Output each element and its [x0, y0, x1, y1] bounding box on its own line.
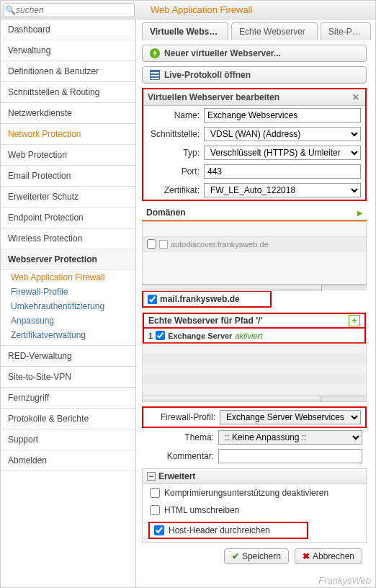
domain-list: autodiscover.frankysweb.de	[142, 221, 367, 285]
open-live-log-button[interactable]: Live-Protokoll öffnen	[142, 66, 367, 84]
sidebar-item-verwaltung[interactable]: Verwaltung	[1, 40, 135, 61]
add-real-webserver-icon[interactable]: +	[349, 315, 360, 326]
comment-label: Kommentar:	[146, 451, 218, 461]
search-box[interactable]: 🔍	[4, 3, 135, 17]
opt-html-rewrite-row[interactable]: HTML umschreiben	[143, 502, 366, 519]
opt-host-header-label: Host-Header durchreichen	[169, 525, 270, 535]
sidebar-item-protokolle[interactable]: Protokolle & Berichte	[1, 409, 135, 429]
plus-icon: +	[150, 48, 160, 58]
comment-input[interactable]	[218, 449, 362, 463]
sidebar-sub-firewall-profile[interactable]: Firewall-Profile	[1, 285, 135, 299]
collapse-icon[interactable]: −	[147, 472, 156, 481]
real-webserver-item[interactable]: 1 Exchange Server aktiviert	[143, 329, 366, 344]
sidebar-sub-anpassung[interactable]: Anpassung	[1, 313, 135, 328]
log-icon	[150, 70, 160, 80]
rw-checkbox[interactable]	[156, 331, 165, 340]
opt-compression-row[interactable]: Komprimierungsunterstützung deaktivieren	[143, 484, 366, 502]
theme-label: Thema:	[146, 432, 218, 442]
type-label: Typ:	[148, 148, 204, 158]
domain-scrollbar[interactable]	[142, 285, 367, 290]
iface-select[interactable]: VDSL (WAN) (Address)	[204, 127, 361, 141]
opt-compression-label: Komprimierungsunterstützung deaktivieren	[164, 488, 328, 498]
rw-state: aktiviert	[235, 331, 262, 340]
sidebar-sub-reverse-auth[interactable]: Umkehrauthentifizierung	[1, 299, 135, 313]
cert-select[interactable]: FW_LE_Auto_122018	[204, 183, 361, 197]
save-button[interactable]: ✔ Speichern	[224, 548, 289, 564]
sidebar-item-web-protection[interactable]: Web Protection	[1, 145, 135, 166]
search-icon: 🔍	[4, 5, 16, 15]
sidebar-item-erweiterter-schutz[interactable]: Erweiterter Schutz	[1, 187, 135, 208]
port-label: Port:	[148, 166, 204, 177]
open-live-log-label: Live-Protokoll öffnen	[164, 70, 251, 80]
name-label: Name:	[148, 110, 204, 120]
sidebar-item-s2s-vpn[interactable]: Site-to-Site-VPN	[1, 367, 135, 388]
sidebar-item-support[interactable]: Support	[1, 429, 135, 450]
cancel-button[interactable]: ✖ Abbrechen	[295, 548, 362, 564]
sidebar-item-wireless-protection[interactable]: Wireless Protection	[1, 228, 135, 249]
name-input[interactable]	[204, 108, 361, 122]
sidebar-item-endpoint-protection[interactable]: Endpoint Protection	[1, 208, 135, 228]
sidebar-item-schnittstellen[interactable]: Schnittstellen & Routing	[1, 82, 135, 103]
tab-site-path[interactable]: Site-Path-R	[321, 22, 371, 40]
sidebar-sub-zertifikate[interactable]: Zertifikatverwaltung	[1, 328, 135, 342]
mail-domain-label: mail.frankysweb.de	[160, 294, 240, 304]
real-webserver-panel: Echte Webserver für Pfad '/' + 1 Exchang…	[142, 312, 367, 402]
domain-checkbox-mail[interactable]	[148, 295, 157, 304]
save-label: Speichern	[242, 551, 281, 561]
tabs: Virtuelle Webs… Echte Webserver Site-Pat…	[142, 22, 375, 40]
iface-label: Schnittstelle:	[148, 129, 204, 139]
search-input[interactable]	[16, 5, 134, 15]
fw-profile-label: Firewall-Profil:	[148, 412, 220, 422]
edit-webserver-panel: Virtuellen Webserver bearbeiten ✕ Name: …	[142, 88, 367, 201]
panel-title: Virtuellen Webserver bearbeiten	[148, 92, 279, 102]
sidebar-item-webserver-protection[interactable]: Webserver Protection	[1, 249, 135, 270]
sidebar-item-netzwerkdienste[interactable]: Netzwerkdienste	[1, 103, 135, 124]
page-icon	[159, 240, 168, 249]
sidebar-item-definitionen[interactable]: Definitionen & Benutzer	[1, 61, 135, 82]
fw-profile-select[interactable]: Exchange Server Webservices	[220, 410, 361, 424]
domain-item-autodiscover[interactable]: autodiscover.frankysweb.de	[143, 236, 366, 251]
new-virtual-server-button[interactable]: + Neuer virtueller Webserver...	[142, 45, 367, 62]
sidebar-sub-waf[interactable]: Web Application Firewall	[1, 270, 135, 285]
domains-heading: Domänen	[146, 208, 186, 218]
opt-host-header-checkbox[interactable]	[154, 525, 164, 535]
theme-select[interactable]: :: Keine Anpassung ::	[218, 430, 362, 445]
rw-blurred-rows	[143, 344, 366, 396]
advanced-heading: Erweitert	[158, 471, 195, 481]
domain-label: autodiscover.frankysweb.de	[171, 240, 269, 249]
cancel-icon: ✖	[303, 551, 310, 561]
cancel-label: Abbrechen	[313, 551, 354, 561]
sidebar-item-dashboard[interactable]: Dashboard	[1, 19, 135, 40]
sidebar-item-email-protection[interactable]: Email Protection	[1, 166, 135, 187]
sidebar: Dashboard Verwaltung Definitionen & Benu…	[1, 19, 136, 588]
opt-html-rewrite-checkbox[interactable]	[150, 505, 160, 515]
sidebar-item-abmelden[interactable]: Abmelden	[1, 450, 135, 471]
mail-domain-row[interactable]: mail.frankysweb.de	[142, 290, 272, 308]
domain-checkbox-autodiscover[interactable]	[147, 239, 156, 249]
new-virtual-server-label: Neuer virtueller Webserver...	[164, 48, 281, 58]
opt-host-header-row[interactable]: Host-Header durchreichen	[154, 525, 303, 535]
close-icon[interactable]: ✕	[351, 92, 361, 102]
real-webserver-heading: Echte Webserver für Pfad '/'	[148, 316, 262, 326]
add-domain-icon[interactable]: ▸	[357, 207, 362, 218]
sidebar-item-red[interactable]: RED-Verwaltung	[1, 346, 135, 367]
sidebar-item-fernzugriff[interactable]: Fernzugriff	[1, 388, 135, 409]
advanced-panel: − Erweitert Komprimierungsunterstützung …	[142, 468, 367, 543]
sidebar-item-network-protection[interactable]: Network Protection	[1, 124, 135, 145]
type-select[interactable]: Verschlüsselt (HTTPS) & Umleiter	[204, 146, 361, 160]
tab-virtual-webservers[interactable]: Virtuelle Webs…	[142, 22, 228, 40]
opt-compression-checkbox[interactable]	[150, 488, 160, 498]
rw-number: 1	[148, 331, 153, 340]
rw-scrollbar[interactable]	[143, 396, 366, 401]
tab-real-webservers[interactable]: Echte Webserver	[231, 22, 318, 40]
rw-name: Exchange Server	[168, 331, 232, 340]
cert-label: Zertifikat:	[148, 185, 204, 195]
page-title: Web Application Firewall	[151, 4, 252, 15]
port-input[interactable]	[204, 164, 361, 179]
check-icon: ✔	[232, 551, 239, 561]
opt-html-rewrite-label: HTML umschreiben	[164, 505, 239, 515]
